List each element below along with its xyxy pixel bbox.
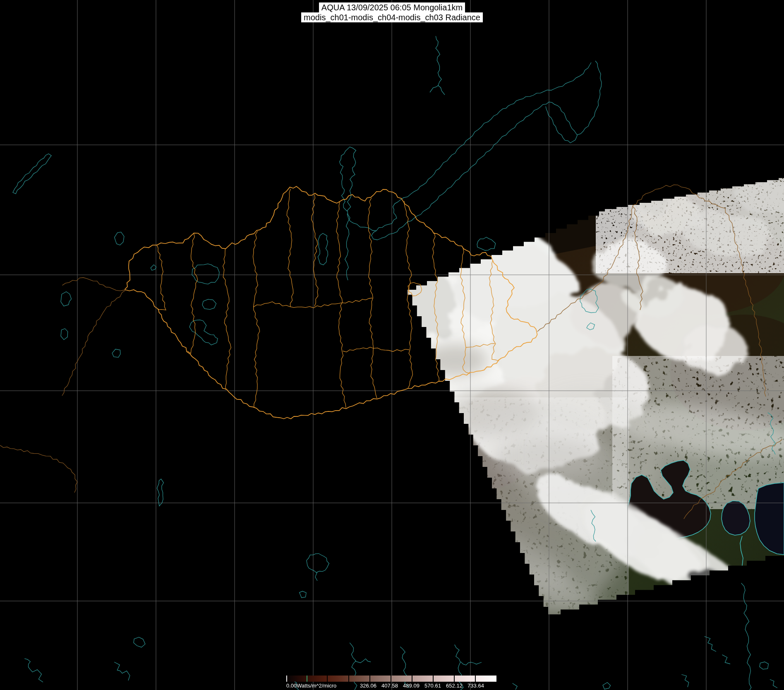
small-lake [151, 265, 156, 270]
river-branch [461, 662, 482, 665]
torey-lakes [477, 237, 496, 250]
baikal-south-tip [371, 235, 381, 240]
external-border [62, 290, 126, 396]
colorbar-tick [348, 676, 349, 682]
river [345, 211, 350, 280]
northwest-lake [13, 154, 51, 194]
page-title: AQUA 13/09/2025 06:05 Mongolia1km [319, 2, 465, 12]
aimag-border [187, 233, 198, 353]
satellite-image-viewer: AQUA 13/09/2025 06:05 Mongolia1km modis_… [0, 0, 784, 690]
colorbar-tick-label: 733.64 [461, 683, 490, 689]
page-subtitle: modis_ch01-modis_ch04-modis_ch03 Radianc… [301, 12, 483, 22]
irkutsk-reservoir [340, 147, 356, 211]
lake-baikal-north-shore [577, 61, 602, 135]
colorbar-tick [496, 676, 497, 682]
colorbar-labels: 0.00Watts/m^2/micro 326.06407.58489.0957… [286, 682, 498, 688]
tolbo-lake [112, 349, 120, 358]
title-block: AQUA 13/09/2025 06:05 Mongolia1km modis_… [0, 2, 784, 22]
colorbar-tick [433, 676, 434, 682]
achit-lake [202, 299, 216, 309]
khar-us-lakes [189, 320, 218, 345]
bottom-lake [307, 553, 329, 572]
lake-outlet [315, 572, 317, 581]
aimag-border [157, 245, 166, 310]
small-lake [300, 591, 307, 598]
aimag-border [253, 231, 260, 408]
island [760, 662, 768, 669]
khovsgol-lake [318, 233, 328, 265]
islands [770, 680, 777, 688]
sw-river [24, 659, 43, 682]
external-border [62, 278, 126, 291]
colorbar-tick [391, 676, 391, 682]
small-lake [134, 637, 145, 647]
colorbar-tick [475, 676, 476, 682]
korea-islands [722, 655, 731, 664]
korea-west-coast [741, 583, 751, 690]
sliver-lake [157, 479, 164, 506]
islands [681, 675, 689, 688]
angara-outlet [347, 214, 377, 231]
uvs-lake [192, 264, 219, 284]
colorbar: 0.00Watts/m^2/micro 326.06407.58489.0957… [286, 676, 498, 690]
edge-lake [61, 292, 72, 306]
map-canvas [0, 0, 784, 690]
aimag-border [336, 202, 346, 408]
colorbar-gradient [286, 676, 497, 682]
aimag-border [253, 298, 372, 308]
colorbar-unit-label: 0.00Watts/m^2/micro [286, 683, 336, 689]
colorbar-tick [307, 676, 307, 682]
aimag-border [312, 195, 318, 306]
colorbar-tick [369, 676, 370, 682]
coast [513, 683, 518, 690]
river-branch [430, 85, 439, 92]
colorbar-tick [454, 676, 455, 682]
edge-lake [61, 329, 68, 340]
aimag-border [287, 189, 293, 307]
lake-baikal-west-shore [372, 63, 591, 236]
sw-river [114, 662, 130, 681]
aimag-border [223, 248, 231, 390]
colorbar-tick [286, 676, 287, 682]
colorbar-tick [412, 676, 412, 682]
tuva-lake [115, 232, 124, 245]
colorbar-tick [327, 676, 328, 682]
external-border [0, 445, 77, 493]
river-branch [355, 659, 371, 663]
aimag-border [343, 347, 409, 352]
lake-baikal-east-shore [381, 102, 578, 238]
satellite-swath [393, 166, 784, 629]
island [603, 683, 610, 689]
